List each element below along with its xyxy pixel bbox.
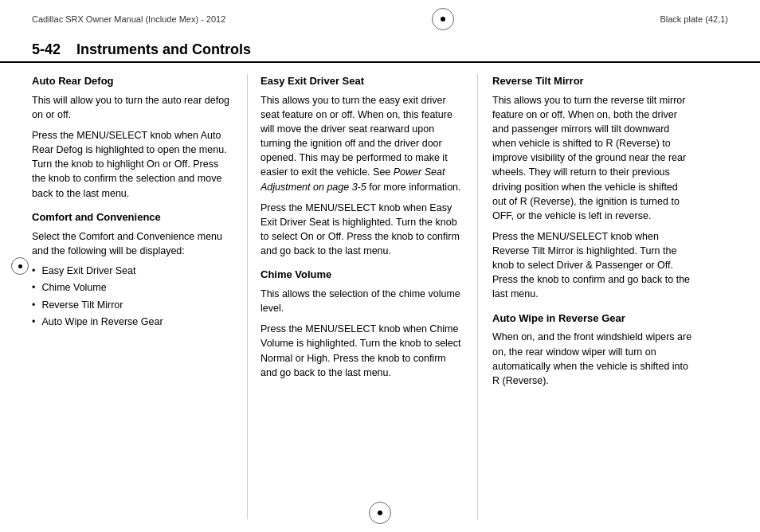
comfort-convenience-list: Easy Exit Driver Seat Chime Volume Rever…: [32, 264, 233, 330]
page-header: Cadillac SRX Owner Manual (Include Mex) …: [0, 0, 760, 37]
column-right: Reverse Tilt Mirror This allows you to t…: [478, 74, 693, 519]
auto-wipe-heading: Auto Wipe in Reverse Gear: [492, 311, 693, 327]
easy-exit-p1-text: This allows you to turn the easy exit dr…: [261, 95, 452, 178]
footer-decoration: [369, 502, 391, 524]
list-item: Auto Wipe in Reverse Gear: [32, 315, 233, 330]
chime-volume-heading: Chime Volume: [261, 268, 464, 283]
page-container: Cadillac SRX Owner Manual (Include Mex) …: [0, 0, 760, 532]
comfort-convenience-p3: Select the Comfort and Convenience menu …: [32, 229, 233, 258]
easy-exit-p2: Press the MENU/SELECT knob when Easy Exi…: [261, 201, 464, 259]
list-item-text: Chime Volume: [41, 281, 106, 295]
list-item-text: Reverse Tilt Mirror: [41, 299, 123, 313]
auto-rear-defog-p1: This will allow you to turn the auto rea…: [32, 93, 233, 122]
header-center-decoration: [432, 8, 454, 30]
section-title-bar: 5-42 Instruments and Controls: [0, 37, 760, 63]
easy-exit-heading: Easy Exit Driver Seat: [261, 74, 464, 89]
comfort-convenience-heading: Comfort and Convenience: [32, 210, 233, 225]
header-circle-inner: [441, 17, 445, 22]
auto-rear-defog-heading: Auto Rear Defog: [32, 74, 233, 89]
header-left-text: Cadillac SRX Owner Manual (Include Mex) …: [32, 14, 225, 24]
chime-volume-p4: Press the MENU/SELECT knob when Chime Vo…: [261, 322, 464, 380]
reverse-tilt-p1: This allows you to turn the reverse tilt…: [492, 93, 693, 223]
easy-exit-p1-end: for more information.: [369, 182, 460, 193]
footer-circle-inner: [378, 510, 382, 515]
list-item-text: Auto Wipe in Reverse Gear: [41, 315, 163, 330]
easy-exit-p1: This allows you to turn the easy exit dr…: [261, 93, 464, 194]
column-middle: Easy Exit Driver Seat This allows you to…: [247, 74, 478, 519]
left-margin-decoration: [11, 257, 29, 275]
column-left: Auto Rear Defog This will allow you to t…: [32, 74, 247, 519]
auto-wipe-p3: When on, and the front windshield wipers…: [492, 330, 693, 388]
chime-volume-p3: This allows the selection of the chime v…: [261, 287, 464, 315]
main-content: Auto Rear Defog This will allow you to t…: [0, 63, 760, 527]
footer-circle: [369, 502, 391, 524]
list-item-text: Easy Exit Driver Seat: [41, 264, 135, 279]
header-circle: [432, 8, 454, 30]
header-right-text: Black plate (42,1): [660, 14, 728, 24]
list-item: Easy Exit Driver Seat: [32, 264, 233, 279]
reverse-tilt-heading: Reverse Tilt Mirror: [492, 74, 693, 89]
reverse-tilt-p2: Press the MENU/SELECT knob when Reverse …: [492, 229, 693, 302]
auto-rear-defog-p2: Press the MENU/SELECT knob when Auto Rea…: [32, 128, 233, 201]
section-title: Instruments and Controls: [76, 41, 251, 58]
section-number: 5-42: [32, 41, 61, 58]
list-item: Reverse Tilt Mirror: [32, 299, 233, 313]
list-item: Chime Volume: [32, 281, 233, 295]
